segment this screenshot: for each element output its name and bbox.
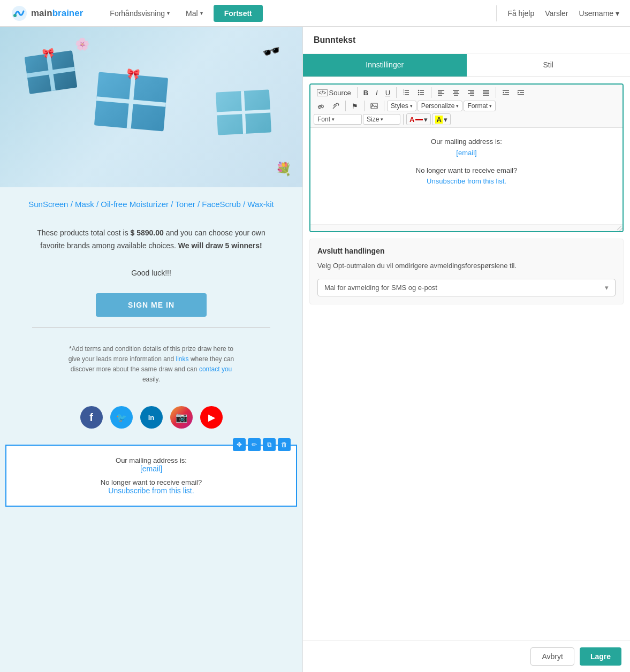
tab-bar: Innstillinger ↖ Stil: [303, 54, 630, 77]
svg-marker-33: [503, 91, 504, 94]
header-right: Få hjelp Varsler Username ▾: [496, 5, 619, 21]
nav-forhandsvisning[interactable]: Forhåndsvisning ▾: [104, 6, 175, 21]
indent-button[interactable]: [514, 87, 528, 98]
facebook-icon[interactable]: f: [80, 406, 103, 429]
tab-innstillinger[interactable]: Innstillinger ↖: [303, 54, 467, 77]
ol-icon: 123: [403, 89, 410, 96]
toolbar-divider: [384, 101, 384, 111]
align-right-icon: [467, 89, 475, 96]
link-button[interactable]: [314, 100, 328, 112]
align-justify-button[interactable]: [479, 87, 493, 98]
align-left-button[interactable]: [434, 87, 448, 98]
svg-point-1: [13, 14, 17, 17]
editor-email-link[interactable]: [email]: [456, 149, 476, 157]
tab-stil[interactable]: Stil: [467, 54, 631, 77]
chevron-down-icon: ▾: [444, 116, 447, 124]
svg-point-13: [418, 94, 419, 95]
nav-mal[interactable]: Mal ▾: [180, 6, 208, 21]
toolbar-divider: [364, 101, 365, 111]
align-left-icon: [437, 89, 445, 96]
social-icons: f 🐦 in 📷 ▶: [0, 395, 302, 439]
chevron-down-icon: ▾: [200, 10, 203, 16]
lagre-button[interactable]: Lagre: [580, 647, 621, 666]
toolbar-row-1: </> Source B I U 123: [314, 87, 619, 98]
unordered-list-button[interactable]: [414, 87, 428, 98]
block-tools: ✥ ✏ ⧉ 🗑: [233, 438, 291, 451]
delete-tool-button[interactable]: 🗑: [278, 438, 291, 451]
align-right-button[interactable]: [464, 87, 478, 98]
twitter-icon[interactable]: 🐦: [110, 406, 133, 429]
logo[interactable]: mainbrainer: [11, 5, 83, 22]
sign-me-in-button[interactable]: SIGN ME IN: [96, 293, 207, 317]
underline-button[interactable]: U: [382, 87, 393, 98]
product-image-area: 🎀 🎀 🕶️ 🌸 💐: [0, 27, 302, 187]
main-container: 🎀 🎀 🕶️ 🌸 💐 SunScreen / Mask / Oil-fre: [0, 27, 630, 672]
font-highlight-button[interactable]: A ▾: [432, 113, 450, 125]
flag-button[interactable]: ⚑: [348, 100, 361, 112]
personalize-dropdown[interactable]: Personalize ▾: [418, 101, 463, 111]
editor-content[interactable]: Our mailing address is: [email] No longe…: [310, 128, 623, 224]
chevron-down-icon: ▾: [605, 284, 609, 292]
links-link[interactable]: links: [176, 355, 189, 363]
logo-icon: [11, 5, 28, 22]
toolbar-divider: [496, 87, 496, 98]
panel-footer: Avbryt Lagre: [303, 640, 630, 672]
email-link[interactable]: [email]: [140, 464, 162, 473]
font-dropdown[interactable]: Font ▾: [314, 114, 362, 125]
bottom-text-block: ✥ ✏ ⧉ 🗑 Our mailing address is: [email] …: [5, 445, 297, 507]
contact-you-link[interactable]: contact you: [199, 365, 232, 373]
help-link[interactable]: Få hjelp: [507, 9, 534, 18]
nav-links: Forhåndsvisning ▾ Mal ▾ Fortsett: [104, 5, 496, 22]
outdent-button[interactable]: [499, 87, 513, 98]
username-dropdown[interactable]: Username ▾: [579, 9, 619, 18]
align-center-button[interactable]: [449, 87, 463, 98]
avslutt-section: Avslutt handlingen Velg Opt-outmalen du …: [309, 239, 624, 304]
edit-tool-button[interactable]: ✏: [248, 438, 261, 451]
toolbar-divider: [345, 101, 346, 111]
linkedin-icon[interactable]: in: [140, 406, 163, 429]
editor-unsub-link[interactable]: Unsubscribe from this list.: [427, 177, 506, 185]
bold-button[interactable]: B: [360, 87, 371, 98]
editor-resize-handle[interactable]: [310, 224, 623, 231]
size-dropdown[interactable]: Size ▾: [363, 114, 400, 125]
styles-dropdown[interactable]: Styles ▾: [387, 101, 416, 111]
logo-text-main: mainbrainer: [31, 7, 83, 19]
italic-button[interactable]: I: [373, 87, 381, 98]
toolbar-divider: [403, 114, 404, 125]
editor-container: </> Source B I U 123: [309, 83, 624, 232]
move-tool-button[interactable]: ✥: [233, 438, 246, 451]
mal-dropdown[interactable]: Mal for avmelding for SMS og e-post ▾: [317, 279, 616, 296]
source-button[interactable]: </> Source: [314, 87, 354, 98]
mailing-address-text: Our mailing address is:: [17, 456, 285, 464]
svg-text:3: 3: [403, 93, 405, 96]
header: mainbrainer Forhåndsvisning ▾ Mal ▾ Fort…: [0, 0, 630, 27]
toolbar-divider: [357, 87, 358, 98]
product-description: These products total cost is $ 5890.00 a…: [0, 216, 302, 263]
fortsett-button[interactable]: Fortsett: [214, 5, 263, 22]
ordered-list-button[interactable]: 123: [399, 87, 413, 98]
gift-boxes-decoration: 🎀 🎀 🕶️ 🌸 💐: [0, 27, 302, 187]
avbryt-button[interactable]: Avbryt: [530, 647, 574, 666]
editor-toolbar: </> Source B I U 123: [310, 85, 623, 128]
unlink-button[interactable]: [329, 100, 343, 112]
instagram-icon[interactable]: 📷: [170, 406, 193, 429]
good-luck-text: Good luck!!!: [0, 263, 302, 282]
image-button[interactable]: [367, 100, 381, 112]
color-bar: [415, 119, 423, 120]
youtube-icon[interactable]: ▶: [200, 406, 223, 429]
font-color-button[interactable]: A ▾: [406, 113, 431, 125]
svg-marker-37: [518, 91, 519, 94]
font-color-icon: A: [409, 116, 414, 124]
copy-tool-button[interactable]: ⧉: [263, 438, 276, 451]
source-icon: </>: [317, 89, 328, 96]
chevron-down-icon: ▾: [410, 103, 413, 109]
toolbar-row-2: ⚑ Styles ▾ Personalize ▾ For: [314, 100, 619, 112]
format-dropdown[interactable]: Format ▾: [464, 101, 496, 111]
varsler-link[interactable]: Varsler: [545, 9, 568, 18]
image-icon: [370, 102, 378, 110]
chevron-down-icon: ▾: [489, 103, 492, 109]
align-center-icon: [452, 89, 460, 96]
unsubscribe-link[interactable]: Unsubscribe from this list.: [108, 486, 194, 495]
toolbar-divider: [396, 87, 397, 98]
ul-icon: [418, 89, 425, 96]
